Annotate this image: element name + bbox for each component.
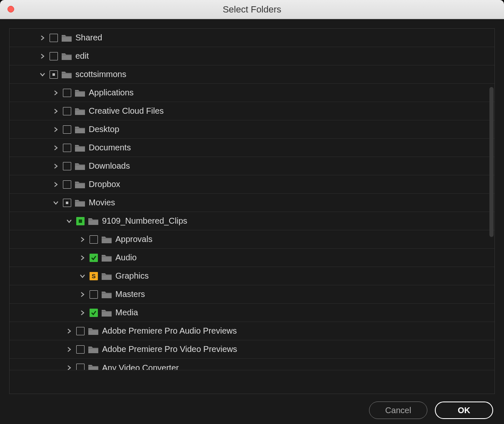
folder-checkbox[interactable] <box>76 327 85 335</box>
tree-row[interactable]: Creative Cloud Files <box>10 102 494 120</box>
folder-icon <box>75 88 85 97</box>
folder-checkbox[interactable] <box>76 217 85 225</box>
folder-label: scottsimmons <box>75 70 126 79</box>
tree-row[interactable]: Documents <box>10 139 494 157</box>
tree-row[interactable]: Downloads <box>10 157 494 175</box>
chevron-right-icon[interactable] <box>52 89 60 97</box>
folder-icon <box>101 308 112 317</box>
folder-label: Desktop <box>89 125 119 134</box>
folder-checkbox[interactable] <box>76 345 85 354</box>
tree-row[interactable]: edit <box>10 47 494 65</box>
tree-row[interactable]: Movies <box>10 194 494 212</box>
ok-button[interactable]: OK <box>435 402 493 419</box>
chevron-right-icon[interactable] <box>52 162 60 170</box>
chevron-down-icon[interactable] <box>79 272 86 280</box>
folder-checkbox[interactable] <box>63 125 71 134</box>
folder-label: Approvals <box>115 234 152 244</box>
folder-checkbox[interactable] <box>63 89 71 97</box>
folder-icon <box>101 290 112 299</box>
tree-row[interactable]: Adobe Premiere Pro Video Previews <box>10 340 494 359</box>
tree-row[interactable]: SGraphics <box>10 267 494 285</box>
chevron-down-icon[interactable] <box>39 71 46 78</box>
tree-row[interactable]: Applications <box>10 84 494 102</box>
folder-icon <box>88 327 99 336</box>
folder-icon <box>75 198 85 207</box>
folder-label: Movies <box>89 198 115 207</box>
folder-checkbox[interactable] <box>63 107 71 115</box>
folder-icon <box>75 143 85 152</box>
folder-checkbox[interactable] <box>76 364 85 370</box>
chevron-right-icon[interactable] <box>39 34 46 42</box>
folder-label: Masters <box>115 289 145 299</box>
chevron-down-icon[interactable] <box>65 217 73 225</box>
folder-icon <box>101 235 112 244</box>
folder-checkbox[interactable] <box>50 52 58 60</box>
folder-icon <box>88 345 99 354</box>
folder-checkbox[interactable] <box>50 70 58 79</box>
tree-row[interactable]: Approvals <box>10 230 494 249</box>
folder-label: Any Video Converter <box>102 363 179 371</box>
chevron-right-icon[interactable] <box>52 144 60 152</box>
chevron-right-icon[interactable] <box>65 364 73 370</box>
chevron-right-icon[interactable] <box>39 52 46 60</box>
folder-checkbox[interactable] <box>50 34 58 42</box>
folder-label: Shared <box>75 33 102 42</box>
tree-row[interactable]: Desktop <box>10 120 494 139</box>
chevron-right-icon[interactable] <box>52 126 60 133</box>
folder-icon <box>75 162 85 171</box>
dialog-content: SharededitscottsimmonsApplicationsCreati… <box>0 19 504 424</box>
scrollbar-thumb[interactable] <box>489 87 494 237</box>
folder-label: Graphics <box>115 271 149 281</box>
folder-icon <box>75 180 85 189</box>
folder-icon <box>61 33 72 42</box>
folder-label: 9109_Numbered_Clips <box>102 216 187 226</box>
cancel-button[interactable]: Cancel <box>369 402 427 419</box>
folder-tree[interactable]: SharededitscottsimmonsApplicationsCreati… <box>10 29 494 394</box>
folder-label: Documents <box>89 143 131 152</box>
folder-icon <box>88 363 99 370</box>
folder-label: Downloads <box>89 161 130 171</box>
chevron-right-icon[interactable] <box>79 309 86 317</box>
tree-row[interactable]: Any Video Converter <box>10 359 494 370</box>
chevron-right-icon[interactable] <box>79 291 86 298</box>
folder-icon <box>101 253 112 262</box>
folder-label: Dropbox <box>89 180 120 189</box>
folder-label: Creative Cloud Files <box>89 106 164 116</box>
chevron-right-icon[interactable] <box>79 254 86 262</box>
tree-row[interactable]: Media <box>10 304 494 322</box>
dialog-title: Select Folders <box>223 4 282 15</box>
folder-checkbox[interactable] <box>63 199 71 207</box>
tree-row[interactable]: Masters <box>10 285 494 304</box>
tree-row[interactable]: Dropbox <box>10 175 494 194</box>
folder-checkbox[interactable] <box>90 290 98 299</box>
folder-icon <box>61 70 72 79</box>
folder-checkbox[interactable] <box>90 309 98 317</box>
dialog-window: Select Folders SharededitscottsimmonsApp… <box>0 0 504 424</box>
chevron-right-icon[interactable] <box>79 236 86 243</box>
chevron-right-icon[interactable] <box>52 181 60 188</box>
chevron-right-icon[interactable] <box>65 346 73 353</box>
folder-label: Adobe Premiere Pro Audio Previews <box>102 326 237 336</box>
tree-row[interactable]: Adobe Premiere Pro Audio Previews <box>10 322 494 340</box>
chevron-right-icon[interactable] <box>65 327 73 335</box>
folder-icon <box>75 107 85 116</box>
folder-checkbox[interactable] <box>63 180 71 189</box>
chevron-right-icon[interactable] <box>52 107 60 115</box>
folder-checkbox[interactable] <box>63 162 71 170</box>
titlebar: Select Folders <box>0 0 504 19</box>
tree-row[interactable]: Shared <box>10 29 494 47</box>
tree-row[interactable]: 9109_Numbered_Clips <box>10 212 494 230</box>
dialog-buttons: Cancel OK <box>9 394 495 419</box>
folder-checkbox[interactable]: S <box>90 272 98 280</box>
folder-tree-panel: SharededitscottsimmonsApplicationsCreati… <box>9 28 495 394</box>
folder-icon <box>75 125 85 134</box>
chevron-down-icon[interactable] <box>52 199 60 207</box>
folder-checkbox[interactable] <box>63 144 71 152</box>
tree-row[interactable]: scottsimmons <box>10 65 494 84</box>
tree-row[interactable]: Audio <box>10 249 494 267</box>
close-window-button[interactable] <box>7 6 14 12</box>
window-controls <box>7 6 14 12</box>
folder-checkbox[interactable] <box>90 235 98 244</box>
folder-checkbox[interactable] <box>90 254 98 262</box>
folder-label: Applications <box>89 88 134 97</box>
